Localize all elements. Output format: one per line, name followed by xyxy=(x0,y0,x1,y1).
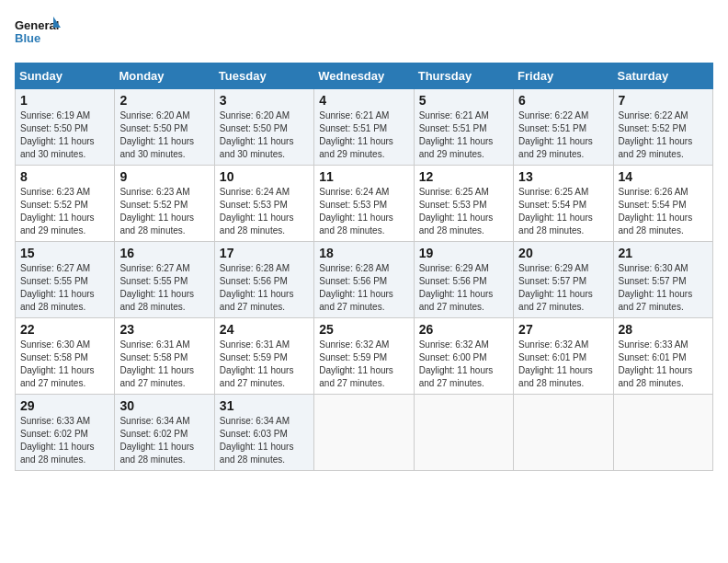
day-info: Sunrise: 6:30 AM Sunset: 5:58 PM Dayligh… xyxy=(20,339,109,390)
day-cell: 16Sunrise: 6:27 AM Sunset: 5:55 PM Dayli… xyxy=(115,242,214,318)
day-info: Sunrise: 6:32 AM Sunset: 6:01 PM Dayligh… xyxy=(518,339,608,390)
day-cell: 4Sunrise: 6:21 AM Sunset: 5:51 PM Daylig… xyxy=(314,89,414,166)
day-cell: 11Sunrise: 6:24 AM Sunset: 5:53 PM Dayli… xyxy=(314,166,414,242)
day-cell: 10Sunrise: 6:24 AM Sunset: 5:53 PM Dayli… xyxy=(214,166,313,242)
day-cell: 25Sunrise: 6:32 AM Sunset: 5:59 PM Dayli… xyxy=(314,318,414,395)
day-number: 1 xyxy=(20,93,109,108)
day-info: Sunrise: 6:27 AM Sunset: 5:55 PM Dayligh… xyxy=(20,262,109,314)
day-info: Sunrise: 6:31 AM Sunset: 5:59 PM Dayligh… xyxy=(220,339,309,390)
day-number: 10 xyxy=(220,169,309,184)
day-info: Sunrise: 6:24 AM Sunset: 5:53 PM Dayligh… xyxy=(319,186,408,237)
day-number: 18 xyxy=(319,246,408,260)
week-row-5: 29Sunrise: 6:33 AM Sunset: 6:02 PM Dayli… xyxy=(16,395,713,471)
day-info: Sunrise: 6:21 AM Sunset: 5:51 PM Dayligh… xyxy=(319,109,408,161)
svg-text:General: General xyxy=(15,18,59,32)
page-header: General Blue xyxy=(15,15,713,55)
day-info: Sunrise: 6:23 AM Sunset: 5:52 PM Dayligh… xyxy=(119,186,209,237)
day-number: 30 xyxy=(119,398,209,413)
day-number: 15 xyxy=(20,246,109,260)
day-number: 13 xyxy=(518,169,608,184)
day-info: Sunrise: 6:22 AM Sunset: 5:52 PM Dayligh… xyxy=(619,109,708,161)
day-info: Sunrise: 6:26 AM Sunset: 5:54 PM Dayligh… xyxy=(619,186,708,237)
day-info: Sunrise: 6:20 AM Sunset: 5:50 PM Dayligh… xyxy=(220,109,309,161)
week-row-4: 22Sunrise: 6:30 AM Sunset: 5:58 PM Dayli… xyxy=(16,318,713,395)
day-info: Sunrise: 6:29 AM Sunset: 5:56 PM Dayligh… xyxy=(419,262,508,314)
day-number: 4 xyxy=(319,93,408,108)
day-number: 28 xyxy=(619,322,708,337)
day-info: Sunrise: 6:21 AM Sunset: 5:51 PM Dayligh… xyxy=(419,109,508,161)
day-cell: 19Sunrise: 6:29 AM Sunset: 5:56 PM Dayli… xyxy=(414,242,513,318)
day-cell: 26Sunrise: 6:32 AM Sunset: 6:00 PM Dayli… xyxy=(414,318,513,395)
day-number: 27 xyxy=(518,322,608,337)
day-info: Sunrise: 6:33 AM Sunset: 6:01 PM Dayligh… xyxy=(619,339,708,390)
day-cell xyxy=(514,395,613,471)
day-info: Sunrise: 6:28 AM Sunset: 5:56 PM Dayligh… xyxy=(220,262,309,314)
day-info: Sunrise: 6:22 AM Sunset: 5:51 PM Dayligh… xyxy=(518,109,608,161)
logo-svg: General Blue xyxy=(15,15,61,55)
header-thursday: Thursday xyxy=(414,63,513,89)
day-number: 17 xyxy=(220,246,309,260)
day-info: Sunrise: 6:25 AM Sunset: 5:53 PM Dayligh… xyxy=(419,186,508,237)
calendar-header: SundayMondayTuesdayWednesdayThursdayFrid… xyxy=(16,63,713,89)
day-cell: 13Sunrise: 6:25 AM Sunset: 5:54 PM Dayli… xyxy=(514,166,613,242)
day-cell: 14Sunrise: 6:26 AM Sunset: 5:54 PM Dayli… xyxy=(613,166,712,242)
day-number: 31 xyxy=(220,398,309,413)
day-cell: 15Sunrise: 6:27 AM Sunset: 5:55 PM Dayli… xyxy=(16,242,115,318)
day-cell: 30Sunrise: 6:34 AM Sunset: 6:02 PM Dayli… xyxy=(115,395,214,471)
day-info: Sunrise: 6:32 AM Sunset: 5:59 PM Dayligh… xyxy=(319,339,408,390)
day-number: 21 xyxy=(619,246,708,260)
day-info: Sunrise: 6:31 AM Sunset: 5:58 PM Dayligh… xyxy=(119,339,209,390)
header-tuesday: Tuesday xyxy=(214,63,313,89)
header-saturday: Saturday xyxy=(613,63,712,89)
day-info: Sunrise: 6:34 AM Sunset: 6:02 PM Dayligh… xyxy=(119,415,209,466)
day-number: 26 xyxy=(419,322,508,337)
calendar-body: 1Sunrise: 6:19 AM Sunset: 5:50 PM Daylig… xyxy=(16,89,713,471)
day-info: Sunrise: 6:32 AM Sunset: 6:00 PM Dayligh… xyxy=(419,339,508,390)
header-wednesday: Wednesday xyxy=(314,63,414,89)
day-cell: 20Sunrise: 6:29 AM Sunset: 5:57 PM Dayli… xyxy=(514,242,613,318)
day-cell: 17Sunrise: 6:28 AM Sunset: 5:56 PM Dayli… xyxy=(214,242,313,318)
day-number: 8 xyxy=(20,169,109,184)
day-cell xyxy=(314,395,414,471)
header-sunday: Sunday xyxy=(16,63,115,89)
day-number: 3 xyxy=(220,93,309,108)
day-number: 14 xyxy=(619,169,708,184)
day-info: Sunrise: 6:25 AM Sunset: 5:54 PM Dayligh… xyxy=(518,186,608,237)
header-friday: Friday xyxy=(514,63,613,89)
day-cell: 27Sunrise: 6:32 AM Sunset: 6:01 PM Dayli… xyxy=(514,318,613,395)
day-info: Sunrise: 6:28 AM Sunset: 5:56 PM Dayligh… xyxy=(319,262,408,314)
day-number: 24 xyxy=(220,322,309,337)
day-cell: 29Sunrise: 6:33 AM Sunset: 6:02 PM Dayli… xyxy=(16,395,115,471)
day-cell: 18Sunrise: 6:28 AM Sunset: 5:56 PM Dayli… xyxy=(314,242,414,318)
day-cell: 1Sunrise: 6:19 AM Sunset: 5:50 PM Daylig… xyxy=(16,89,115,166)
day-number: 22 xyxy=(20,322,109,337)
day-cell: 2Sunrise: 6:20 AM Sunset: 5:50 PM Daylig… xyxy=(115,89,214,166)
day-number: 7 xyxy=(619,93,708,108)
day-info: Sunrise: 6:30 AM Sunset: 5:57 PM Dayligh… xyxy=(619,262,708,314)
day-info: Sunrise: 6:27 AM Sunset: 5:55 PM Dayligh… xyxy=(119,262,209,314)
week-row-1: 1Sunrise: 6:19 AM Sunset: 5:50 PM Daylig… xyxy=(16,89,713,166)
week-row-2: 8Sunrise: 6:23 AM Sunset: 5:52 PM Daylig… xyxy=(16,166,713,242)
day-info: Sunrise: 6:20 AM Sunset: 5:50 PM Dayligh… xyxy=(119,109,209,161)
day-cell: 22Sunrise: 6:30 AM Sunset: 5:58 PM Dayli… xyxy=(16,318,115,395)
day-info: Sunrise: 6:29 AM Sunset: 5:57 PM Dayligh… xyxy=(518,262,608,314)
day-cell: 31Sunrise: 6:34 AM Sunset: 6:03 PM Dayli… xyxy=(214,395,313,471)
day-cell: 12Sunrise: 6:25 AM Sunset: 5:53 PM Dayli… xyxy=(414,166,513,242)
day-info: Sunrise: 6:33 AM Sunset: 6:02 PM Dayligh… xyxy=(20,415,109,466)
day-cell xyxy=(613,395,712,471)
day-number: 25 xyxy=(319,322,408,337)
header-monday: Monday xyxy=(115,63,214,89)
day-cell: 5Sunrise: 6:21 AM Sunset: 5:51 PM Daylig… xyxy=(414,89,513,166)
day-number: 11 xyxy=(319,169,408,184)
day-number: 16 xyxy=(119,246,209,260)
day-number: 29 xyxy=(20,398,109,413)
calendar-table: SundayMondayTuesdayWednesdayThursdayFrid… xyxy=(15,63,713,471)
day-info: Sunrise: 6:19 AM Sunset: 5:50 PM Dayligh… xyxy=(20,109,109,161)
svg-text:Blue: Blue xyxy=(15,31,40,45)
day-cell: 8Sunrise: 6:23 AM Sunset: 5:52 PM Daylig… xyxy=(16,166,115,242)
day-cell: 3Sunrise: 6:20 AM Sunset: 5:50 PM Daylig… xyxy=(214,89,313,166)
day-cell: 28Sunrise: 6:33 AM Sunset: 6:01 PM Dayli… xyxy=(613,318,712,395)
logo: General Blue xyxy=(15,15,61,55)
day-number: 20 xyxy=(518,246,608,260)
day-number: 12 xyxy=(419,169,508,184)
